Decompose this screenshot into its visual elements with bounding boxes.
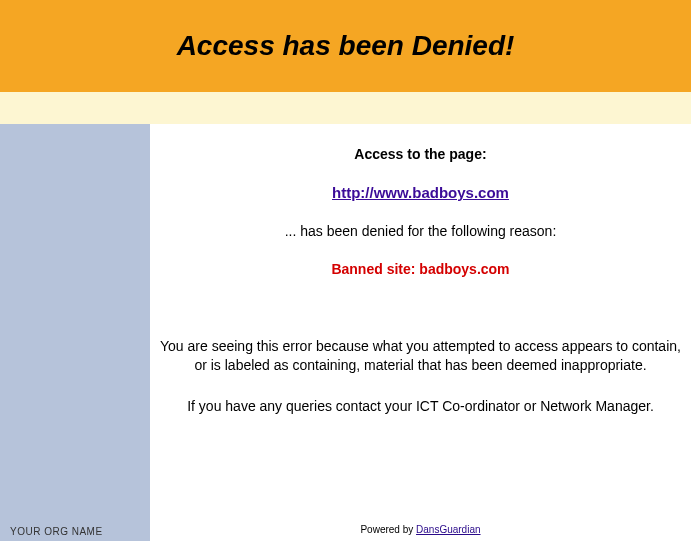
powered-prefix: Powered by [360,524,416,535]
access-line: Access to the page: [160,146,681,162]
org-name-label: YOUR ORG NAME [10,526,103,537]
page-title: Access has been Denied! [177,30,515,62]
powered-by: Powered by DansGuardian [160,524,681,535]
sidebar: YOUR ORG NAME [0,124,150,541]
reason-text: Banned site: badboys.com [160,261,681,277]
explanation-1: You are seeing this error because what y… [160,337,681,375]
reason-intro: ... has been denied for the following re… [160,223,681,239]
explanation-2: If you have any queries contact your ICT… [160,397,681,416]
powered-link[interactable]: DansGuardian [416,524,480,535]
header-bar: Access has been Denied! [0,0,691,92]
blocked-url-link[interactable]: http://www.badboys.com [332,184,509,201]
content-row: YOUR ORG NAME Access to the page: http:/… [0,124,691,541]
main-content: Access to the page: http://www.badboys.c… [150,124,691,541]
spacer-strip [0,92,691,124]
